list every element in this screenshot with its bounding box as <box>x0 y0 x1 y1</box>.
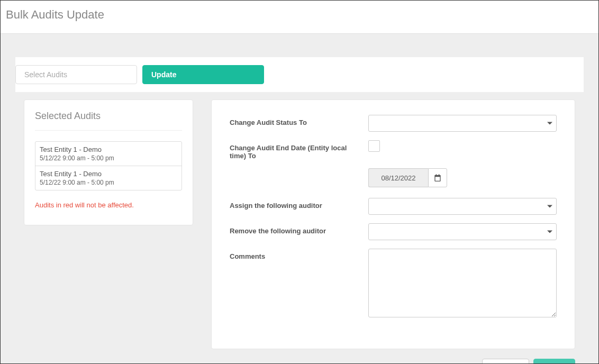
list-item[interactable]: Test Entity 1 - Demo 5/12/22 9:00 am - 5… <box>35 166 181 190</box>
assign-label: Assign the following auditor <box>230 198 368 210</box>
comments-label: Comments <box>230 249 368 260</box>
audit-time: 5/12/22 9:00 am - 5:00 pm <box>40 179 177 186</box>
audit-name: Test Entity 1 - Demo <box>40 170 177 178</box>
enddate-input[interactable] <box>368 168 428 187</box>
enddate-checkbox[interactable] <box>368 140 380 152</box>
audit-list: Test Entity 1 - Demo 5/12/22 9:00 am - 5… <box>35 141 182 190</box>
tab-select-label: Select Audits <box>24 70 67 79</box>
enddate-label: Change Audit End Date (Entity local time… <box>230 140 368 160</box>
remove-auditor-select[interactable] <box>368 223 557 240</box>
remove-label: Remove the following auditor <box>230 223 368 235</box>
warning-note: Audits in red will not be affected. <box>35 201 182 209</box>
audit-time: 5/12/22 9:00 am - 5:00 pm <box>40 154 177 162</box>
calendar-button[interactable] <box>428 168 447 187</box>
assign-auditor-select[interactable] <box>368 198 557 215</box>
tab-select-audits[interactable]: Select Audits <box>15 65 137 84</box>
tab-update[interactable]: Update <box>142 65 264 84</box>
calendar-icon <box>434 174 441 181</box>
comments-textarea[interactable] <box>368 249 557 317</box>
list-item[interactable]: Test Entity 1 - Demo 5/12/22 9:00 am - 5… <box>35 142 181 166</box>
status-select[interactable] <box>368 115 557 132</box>
update-button[interactable]: Update <box>533 359 575 364</box>
audit-name: Test Entity 1 - Demo <box>40 145 177 153</box>
selected-audits-panel: Selected Audits Test Entity 1 - Demo 5/1… <box>24 99 193 225</box>
previous-button[interactable]: Previous <box>482 359 529 364</box>
selected-audits-title: Selected Audits <box>35 111 182 131</box>
tab-update-label: Update <box>151 70 176 79</box>
update-form-panel: Change Audit Status To Change Audit End … <box>211 99 575 349</box>
page-title: Bulk Audits Update <box>6 8 592 22</box>
status-label: Change Audit Status To <box>230 115 368 126</box>
